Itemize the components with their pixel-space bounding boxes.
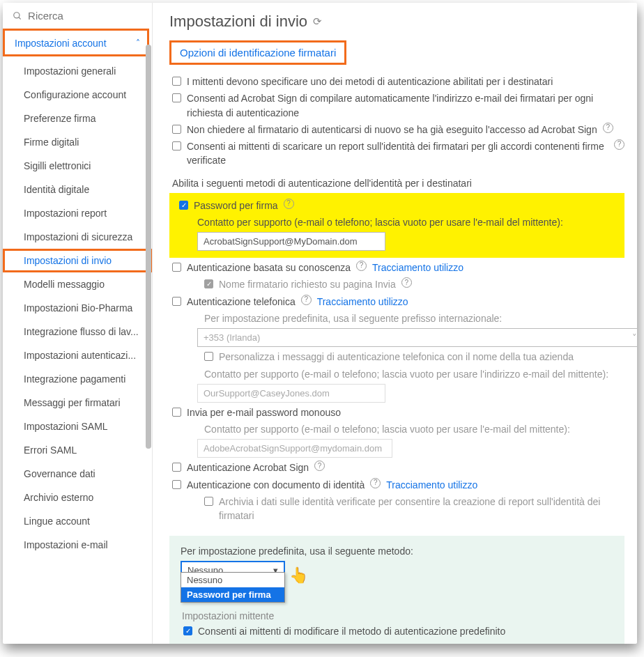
label-phone-support: Contatto per supporto (e-mail o telefono… xyxy=(204,367,608,381)
checkbox-doc-id-auth[interactable] xyxy=(172,480,181,489)
label-acrobat-sign-auth: Autenticazione Acrobat Sign xyxy=(187,461,309,474)
label-kba-name: Nome firmatario richiesto su pagina Invi… xyxy=(219,277,396,291)
select-phone-prefix[interactable]: +353 (Irlanda)˅ xyxy=(197,328,637,347)
input-otp-support[interactable] xyxy=(197,439,392,458)
support-contact-label: Contatto per supporto (e-mail o telefono… xyxy=(169,217,624,228)
default-method-panel: Per impostazione predefinita, usa il seg… xyxy=(169,536,624,644)
page-title: Impostazioni di invio ⟳ xyxy=(169,13,624,31)
checkbox-allow-change-default[interactable] xyxy=(183,626,192,635)
info-icon[interactable]: ? xyxy=(401,277,412,288)
label-password-signature: Password per firma xyxy=(194,199,278,212)
info-icon[interactable]: ? xyxy=(314,461,325,471)
checkbox-otp-email[interactable] xyxy=(172,408,181,417)
info-icon[interactable]: ? xyxy=(301,295,312,305)
checkbox-autofill-email[interactable] xyxy=(172,93,181,102)
sidebar-item-integrazione-flusso-di-lav[interactable]: Integrazione flusso di lav... xyxy=(3,320,152,343)
checkbox-kba[interactable] xyxy=(172,263,181,272)
checkbox-download-report[interactable] xyxy=(172,141,181,150)
sidebar-item-sigilli-elettronici[interactable]: Sigilli elettronici xyxy=(3,154,152,178)
refresh-icon[interactable]: ⟳ xyxy=(313,15,322,28)
checkbox-require-auth[interactable] xyxy=(172,77,181,86)
select-default-method-options: Nessuno Password per firma xyxy=(181,572,285,603)
sidebar-item-impostazioni-generali[interactable]: Impostazioni generali xyxy=(3,59,152,83)
checkbox-phone-auth[interactable] xyxy=(172,297,181,306)
enable-methods-heading: Abilita i seguenti metodi di autenticazi… xyxy=(172,178,624,189)
section-signer-id-options[interactable]: Opzioni di identificazione firmatari xyxy=(169,40,346,65)
link-track-usage[interactable]: Tracciamento utilizzo xyxy=(372,261,463,275)
sender-settings-label: Impostazioni mittente xyxy=(181,610,613,621)
label-otp-email: Invia per e-mail password monouso xyxy=(187,405,341,419)
option-none[interactable]: Nessuno xyxy=(181,573,284,587)
info-icon[interactable]: ? xyxy=(356,261,367,271)
label-phone-auth: Autenticazione telefonica xyxy=(187,295,296,309)
main-content: Impostazioni di invio ⟳ Opzioni di ident… xyxy=(153,3,637,644)
checkbox-docid-archive[interactable] xyxy=(204,497,213,506)
sidebar-section-account-settings[interactable]: Impostazioni account ˄ xyxy=(3,29,149,56)
svg-line-1 xyxy=(19,17,21,19)
info-icon[interactable]: ? xyxy=(603,123,613,133)
sidebar-item-errori-saml[interactable]: Errori SAML xyxy=(3,438,152,462)
link-track-usage[interactable]: Tracciamento utilizzo xyxy=(317,295,408,309)
sidebar-item-impostazioni-bio-pharma[interactable]: Impostazioni Bio-Pharma xyxy=(3,296,152,320)
label-allow-change-default: Consenti ai mittenti di modificare il me… xyxy=(198,624,505,638)
sidebar-item-archivio-esterno[interactable]: Archivio esterno xyxy=(3,486,152,509)
sidebar: Impostazioni account ˄ Impostazioni gene… xyxy=(3,3,153,644)
label-require-auth: I mittenti devono specificare uno dei me… xyxy=(187,75,553,88)
label-download-report: Consenti ai mittenti di scaricare un rep… xyxy=(187,139,608,168)
checkbox-skip-reauth[interactable] xyxy=(172,125,181,134)
sidebar-item-firme-digitali[interactable]: Firme digitali xyxy=(3,130,152,154)
label-kba: Autenticazione basata su conoscenza xyxy=(187,261,351,275)
sidebar-item-messaggi-per-firmatari[interactable]: Messaggi per firmatari xyxy=(3,391,152,415)
label-skip-reauth: Non chiedere al firmatario di autenticar… xyxy=(187,123,597,137)
search-box[interactable] xyxy=(3,3,152,29)
checkbox-kba-name-required[interactable] xyxy=(204,279,213,288)
checkbox-acrobat-sign-auth[interactable] xyxy=(172,463,181,472)
label-doc-id-auth: Autenticazione con documento di identità xyxy=(187,478,365,492)
sidebar-nav: Impostazioni generaliConfigurazione acco… xyxy=(3,59,152,644)
info-icon[interactable]: ? xyxy=(614,139,624,150)
sidebar-item-impostazioni-autenticazi[interactable]: Impostazioni autenticazi... xyxy=(3,343,152,367)
option-password-signature[interactable]: Password per firma xyxy=(181,587,284,602)
sidebar-item-identit-digitale[interactable]: Identità digitale xyxy=(3,178,152,201)
checkbox-password-signature[interactable] xyxy=(179,201,188,210)
search-input[interactable] xyxy=(28,10,142,22)
select-phone-prefix-value: +353 (Irlanda) xyxy=(204,332,260,343)
sidebar-item-modelli-messaggio[interactable]: Modelli messaggio xyxy=(3,272,152,296)
highlight-signing-password: Password per firma ? Contatto per suppor… xyxy=(169,193,624,258)
sidebar-item-impostazioni-e-mail[interactable]: Impostazioni e-mail xyxy=(3,533,152,557)
label-autofill-email: Consenti ad Acrobat Sign di compilare au… xyxy=(187,91,624,120)
sidebar-item-lingue-account[interactable]: Lingue account xyxy=(3,509,152,533)
sidebar-item-impostazioni-saml[interactable]: Impostazioni SAML xyxy=(3,415,152,438)
sidebar-item-configurazione-account[interactable]: Configurazione account xyxy=(3,83,152,107)
input-phone-support[interactable] xyxy=(197,384,385,403)
sidebar-item-impostazioni-di-invio[interactable]: Impostazioni di invio xyxy=(3,249,152,272)
sidebar-item-impostazioni-di-sicurezza[interactable]: Impostazioni di sicurezza xyxy=(3,225,152,249)
link-track-usage[interactable]: Tracciamento utilizzo xyxy=(386,478,477,492)
label-otp-support: Contatto per supporto (e-mail o telefono… xyxy=(204,422,570,436)
support-contact-input[interactable] xyxy=(197,232,385,251)
sidebar-section-label: Impostazioni account xyxy=(15,38,107,49)
sidebar-item-integrazione-pagamenti[interactable]: Integrazione pagamenti xyxy=(3,367,152,391)
chevron-up-icon: ˄ xyxy=(136,38,140,48)
svg-point-0 xyxy=(14,12,20,17)
checkbox-phone-customize[interactable] xyxy=(204,352,213,361)
info-icon[interactable]: ? xyxy=(284,199,294,209)
cursor-icon: 👆 xyxy=(289,566,308,585)
label-docid-archive: Archivia i dati sulle identità verificat… xyxy=(219,495,624,523)
sidebar-item-preferenze-firma[interactable]: Preferenze firma xyxy=(3,107,152,130)
sidebar-item-governance-dati[interactable]: Governance dati xyxy=(3,462,152,486)
label-phone-default-prefix: Per impostazione predefinita, usa il seg… xyxy=(204,311,502,325)
chevron-down-icon: ˅ xyxy=(632,332,637,343)
sidebar-item-impostazioni-report[interactable]: Impostazioni report xyxy=(3,201,152,225)
page-title-text: Impostazioni di invio xyxy=(169,13,307,31)
info-icon[interactable]: ? xyxy=(370,478,381,488)
scrollbar-thumb[interactable] xyxy=(146,45,151,449)
search-icon xyxy=(13,10,22,22)
default-method-heading: Per impostazione predefinita, usa il seg… xyxy=(181,546,613,557)
label-phone-customize: Personalizza i messaggi di autenticazion… xyxy=(219,350,574,364)
